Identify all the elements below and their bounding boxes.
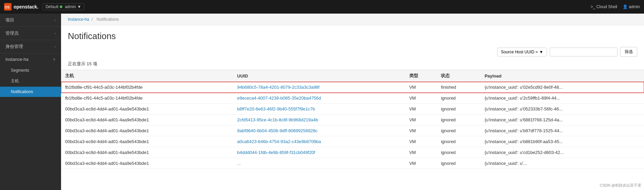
filter-button[interactable]: 筛选 bbox=[620, 47, 637, 57]
col-type: 类型 bbox=[405, 70, 437, 82]
cell-host: 00bd3ca3-ec8d-4dd4-ad01-4aa9e543bde1 bbox=[61, 115, 233, 125]
cell-type: VM bbox=[405, 104, 437, 115]
table-body: fb1fbd8e-cf91-44c5-a03c-144bf02b4fde94b6… bbox=[61, 82, 644, 169]
table-row[interactable]: 00bd3ca3-ec8d-4dd4-ad01-4aa9e543bde1a0ca… bbox=[61, 136, 644, 147]
cell-payload: {u'instance_uuid': u'cd1be252-d603-42... bbox=[481, 147, 644, 158]
cell-host: 00bd3ca3-ec8d-4dd4-ad01-4aa9e543bde1 bbox=[61, 147, 233, 158]
cell-status: ignored bbox=[437, 125, 481, 136]
sidebar-section-admin: 管理员 › bbox=[0, 27, 61, 40]
breadcrumb-separator: / bbox=[92, 17, 93, 22]
col-payload: Payload bbox=[481, 70, 644, 82]
cell-status: ignored bbox=[437, 136, 481, 147]
table-row[interactable]: fb1fbd8e-cf91-44c5-a03c-144bf02b4fdee9ec… bbox=[61, 93, 644, 104]
sidebar-item-identity[interactable]: 身份管理 › bbox=[0, 40, 61, 53]
cell-status: ignored bbox=[437, 104, 481, 115]
topbar-left: OS openstack. Default admin ▼ bbox=[4, 3, 84, 11]
cell-status: finished bbox=[437, 82, 481, 93]
cell-uuid[interactable]: 9abf9640-6b04-4508-9dff-80699258928c bbox=[233, 125, 405, 136]
col-status: 状态 bbox=[437, 70, 481, 82]
sidebar-item-label-admin: 管理员 bbox=[5, 30, 19, 36]
sidebar: 项目 › 管理员 › 身份管理 › Instance-ha ∨ Segments bbox=[0, 14, 61, 190]
cell-uuid[interactable]: 2cfd5413-95ce-4c1b-8c8f-9b968d219a4b bbox=[233, 115, 405, 125]
table-row[interactable]: 00bd3ca3-ec8d-4dd4-ad01-4aa9e543bde19abf… bbox=[61, 125, 644, 136]
cell-status: ignored bbox=[437, 93, 481, 104]
cell-uuid[interactable]: 94b680c5-78a4-4201-8079-2c33a3c3a98f bbox=[233, 82, 405, 93]
count-info: 正在显示 15 项 bbox=[61, 59, 644, 70]
sidebar-item-label-instance-ha: Instance-ha bbox=[5, 57, 28, 62]
cell-payload: {u'instance_uuid': u'052333b7-56fc-46... bbox=[481, 104, 644, 115]
content-area: Instance-ha / Notifications Notification… bbox=[61, 14, 644, 190]
logo-text: openstack. bbox=[14, 4, 38, 10]
cell-status: ignored bbox=[437, 115, 481, 125]
cell-uuid[interactable]: e9ececa4-4007-4238-b085-35e20ba4756d bbox=[233, 93, 405, 104]
cell-host: fb1fbd8e-cf91-44c5-a03c-144bf02b4fde bbox=[61, 93, 233, 104]
table-row[interactable]: 00bd3ca3-ec8d-4dd4-ad01-4aa9e543bde1b8ff… bbox=[61, 104, 644, 115]
filter-select[interactable]: Source Host UUID = ▼ bbox=[497, 48, 547, 56]
cell-status: ignored bbox=[437, 147, 481, 158]
cell-status: ignored bbox=[437, 158, 481, 169]
sidebar-arrow-project: › bbox=[54, 18, 56, 22]
cloud-shell-link[interactable]: >_ Cloud Shell bbox=[591, 4, 617, 9]
sidebar-section-instance-ha: Instance-ha ∨ Segments 主机 Notifications bbox=[0, 53, 61, 97]
sidebar-item-project[interactable]: 项目 › bbox=[0, 14, 61, 27]
watermark: CSDN @积跬步以至千里 bbox=[600, 183, 641, 188]
sidebar-subitem-segments[interactable]: Segments bbox=[0, 65, 61, 75]
breadcrumb: Instance-ha / Notifications bbox=[61, 14, 644, 25]
cell-host: 00bd3ca3-ec8d-4dd4-ad01-4aa9e543bde1 bbox=[61, 125, 233, 136]
sidebar-section-identity: 身份管理 › bbox=[0, 40, 61, 53]
project-label: Default bbox=[45, 4, 58, 9]
col-host: 主机 bbox=[61, 70, 233, 82]
cell-uuid[interactable]: ... bbox=[233, 158, 405, 169]
cell-uuid[interactable]: a0ca6423-646b-4754-93a2-c43e9b8709ba bbox=[233, 136, 405, 147]
cell-payload: {u'instance_uuid': u'02e5cd92-8e0f-48... bbox=[481, 82, 644, 93]
cell-payload: {u'instance_uuid': u'2c59ffb1-89f4-44... bbox=[481, 93, 644, 104]
cell-type: VM bbox=[405, 115, 437, 125]
sidebar-arrow-instance-ha: ∨ bbox=[53, 57, 56, 62]
cell-payload: {u'instance_uuid': u'... bbox=[481, 158, 644, 169]
svg-text:OS: OS bbox=[5, 5, 10, 9]
table-row[interactable]: fb1fbd8e-cf91-44c5-a03c-144bf02b4fde94b6… bbox=[61, 82, 644, 93]
cell-uuid[interactable]: b4ddd044-1fdb-4e9b-859f-f31cb049f20f bbox=[233, 147, 405, 158]
cell-type: VM bbox=[405, 125, 437, 136]
page-header: Notifications bbox=[61, 25, 644, 44]
table-row[interactable]: 00bd3ca3-ec8d-4dd4-ad01-4aa9e543bde12cfd… bbox=[61, 115, 644, 125]
openstack-logo: OS openstack. bbox=[4, 3, 38, 11]
sidebar-item-instance-ha[interactable]: Instance-ha ∨ bbox=[0, 53, 61, 65]
openstack-logo-icon: OS bbox=[4, 3, 12, 11]
cell-type: VM bbox=[405, 158, 437, 169]
sidebar-arrow-identity: › bbox=[54, 45, 56, 49]
cell-host: 00bd3ca3-ec8d-4dd4-ad01-4aa9e543bde1 bbox=[61, 104, 233, 115]
cell-type: VM bbox=[405, 82, 437, 93]
sidebar-subitem-label-segments: Segments bbox=[11, 68, 29, 73]
topbar: OS openstack. Default admin ▼ >_ Cloud S… bbox=[0, 0, 644, 14]
filter-select-arrow: ▼ bbox=[539, 50, 543, 54]
table-header: 主机 UUID 类型 状态 Payload bbox=[61, 70, 644, 82]
cell-payload: {u'instance_uuid': u'b881b90f-aa53-45... bbox=[481, 136, 644, 147]
sidebar-active-label: Notifications bbox=[11, 89, 33, 94]
filter-input[interactable] bbox=[550, 48, 618, 56]
admin-user-link[interactable]: 👤 admin bbox=[623, 4, 640, 9]
breadcrumb-current: Notifications bbox=[97, 17, 119, 22]
sidebar-subitem-notifications[interactable]: Notifications bbox=[0, 87, 61, 97]
sidebar-item-admin[interactable]: 管理员 › bbox=[0, 27, 61, 40]
dropdown-arrow: ▼ bbox=[77, 4, 81, 9]
sidebar-arrow-admin: › bbox=[54, 31, 56, 35]
dot-indicator bbox=[60, 4, 63, 9]
sidebar-section-project: 项目 › bbox=[0, 14, 61, 27]
cell-host: fb1fbd8e-cf91-44c5-a03c-144bf02b4fde bbox=[61, 82, 233, 93]
cell-uuid[interactable]: b8ff7e20-6e63-46f2-9b40-555f7f9e1c7b bbox=[233, 104, 405, 115]
breadcrumb-parent[interactable]: Instance-ha bbox=[68, 17, 89, 22]
col-uuid: UUID bbox=[233, 70, 405, 82]
sidebar-item-label-identity: 身份管理 bbox=[5, 44, 23, 50]
table-row[interactable]: 00bd3ca3-ec8d-4dd4-ad01-4aa9e543bde1b4dd… bbox=[61, 147, 644, 158]
cell-payload: {u'instance_uuid': u'b97df778-1525-44... bbox=[481, 125, 644, 136]
project-selector[interactable]: Default admin ▼ bbox=[42, 3, 84, 10]
cell-host: 00bd3ca3-ec8d-4dd4-ad01-4aa9e543bde1 bbox=[61, 158, 233, 169]
table-row[interactable]: 00bd3ca3-ec8d-4dd4-ad01-4aa9e543bde1...V… bbox=[61, 158, 644, 169]
notifications-table: 主机 UUID 类型 状态 Payload fb1fbd8e-cf91-44c5… bbox=[61, 70, 644, 169]
page-title: Notifications bbox=[68, 31, 637, 41]
sidebar-subitem-hosts[interactable]: 主机 bbox=[0, 75, 61, 87]
cell-type: VM bbox=[405, 147, 437, 158]
sidebar-item-label-project: 项目 bbox=[5, 17, 14, 23]
user-name-top: admin bbox=[65, 4, 76, 9]
